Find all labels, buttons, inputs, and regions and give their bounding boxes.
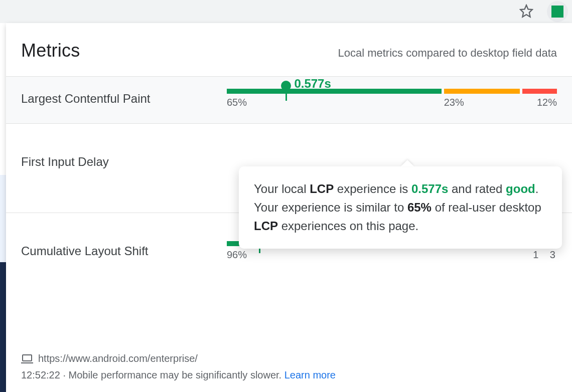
web-vitals-popup: Metrics Local metrics compared to deskto… xyxy=(6,23,572,392)
tt-rating: good xyxy=(506,182,535,195)
dist-needs-segment xyxy=(444,89,520,94)
tt-local-value: 0.577s xyxy=(411,182,448,195)
tt-text: experiences on this page. xyxy=(278,219,418,233)
tt-text: of real-user desktop xyxy=(432,201,541,214)
dist-poor-label: 3 xyxy=(542,249,555,261)
metric-name: Cumulative Layout Shift xyxy=(21,244,227,258)
metric-tooltip: Your local LCP experience is 0.577s and … xyxy=(239,166,562,249)
learn-more-link[interactable]: Learn more xyxy=(284,369,336,380)
metric-row-lcp[interactable]: Largest Contentful Paint 0.577s 65% 23% … xyxy=(6,76,572,124)
dist-needs-label: 1 xyxy=(533,249,539,261)
extension-button[interactable] xyxy=(547,1,568,22)
dist-good-label: 96% xyxy=(227,249,530,261)
popup-title: Metrics xyxy=(21,40,80,61)
browser-toolbar xyxy=(0,0,572,23)
metric-marker-icon xyxy=(281,81,291,101)
dist-good-label: 65% xyxy=(227,97,442,108)
metric-name: Largest Contentful Paint xyxy=(21,92,227,106)
tt-text: and rated xyxy=(448,182,506,195)
dist-poor-label: 12% xyxy=(522,97,557,108)
popup-header: Metrics Local metrics compared to deskto… xyxy=(6,23,572,76)
footer-note: Mobile performance may be significantly … xyxy=(69,369,284,380)
popup-footer: https://www.android.com/enterprise/ 12:5… xyxy=(6,353,572,392)
svg-marker-0 xyxy=(520,5,532,17)
separator: · xyxy=(60,369,69,380)
metric-bar-lcp: 0.577s 65% 23% 12% xyxy=(227,89,557,108)
tt-metric-abbr: LCP xyxy=(310,182,334,195)
tt-metric-abbr: LCP xyxy=(254,219,278,233)
dist-poor-segment xyxy=(522,89,557,94)
svg-rect-1 xyxy=(23,355,32,361)
tt-text: experience is xyxy=(334,182,411,195)
tt-percent: 65% xyxy=(407,201,432,214)
dist-needs-label: 23% xyxy=(444,97,520,108)
laptop-icon xyxy=(21,354,33,364)
metric-name: First Input Delay xyxy=(21,155,227,169)
bookmark-star-icon[interactable] xyxy=(519,4,533,18)
popup-subtitle: Local metrics compared to desktop field … xyxy=(338,47,557,60)
dist-good-segment xyxy=(227,89,442,94)
page-url: https://www.android.com/enterprise/ xyxy=(38,353,198,364)
metric-local-value: 0.577s xyxy=(294,77,331,91)
tt-text: Your local xyxy=(254,182,310,195)
web-vitals-extension-icon xyxy=(551,6,563,18)
page-background-sliver xyxy=(0,23,6,392)
timestamp: 12:52:22 xyxy=(21,369,60,380)
tooltip-caret-icon xyxy=(401,160,414,166)
